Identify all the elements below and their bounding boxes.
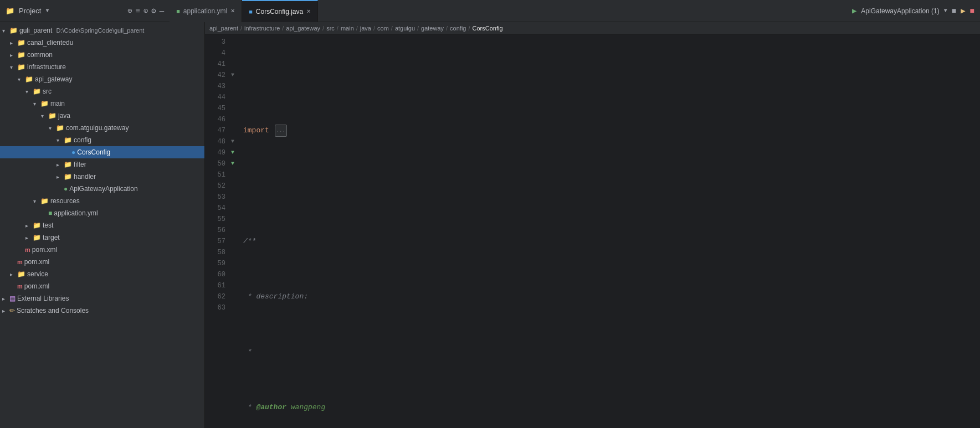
- folder-icon: 📁: [64, 136, 72, 144]
- arrow-icon: [25, 89, 31, 95]
- top-right-icons: ▶ ApiGatewayApplication (1) ▼ ■ ▶ ■: [852, 6, 974, 16]
- java-tab-label: CorsConfig.java: [256, 8, 303, 16]
- project-panel-header: 📁 Project ▼: [6, 7, 116, 16]
- tabs-bar: ■ application.yml ✕ ■ CorsConfig.java ✕: [170, 0, 852, 22]
- sidebar-item-config[interactable]: 📁 config: [0, 134, 204, 146]
- sidebar-item-common[interactable]: 📁 common: [0, 49, 204, 61]
- sidebar-item-filter[interactable]: 📁 filter: [0, 158, 204, 171]
- tab-application-yml[interactable]: ■ application.yml ✕: [170, 0, 242, 22]
- project-dropdown-icon[interactable]: ▼: [45, 8, 49, 14]
- sidebar-item-pom-gateway[interactable]: m pom.xml: [0, 244, 204, 256]
- arrow-icon: [10, 40, 16, 46]
- toolbar-icon-3[interactable]: ⊙: [143, 6, 148, 16]
- sidebar-item-corsconfig[interactable]: ● CorsConfig: [0, 146, 204, 158]
- folder-icon: 📁: [17, 39, 25, 47]
- code-line-44: *: [243, 347, 980, 358]
- main-area: 📁 guli_parent D:\Code\SpringCode\guli_pa…: [0, 22, 980, 428]
- arrow-icon: [57, 174, 62, 180]
- sidebar-item-target[interactable]: 📁 target: [0, 231, 204, 244]
- code-gutter: ▼ ▼ ▼ ▼: [230, 37, 241, 428]
- code-lines: import ... /** * description: *: [241, 37, 980, 428]
- sidebar-item-main[interactable]: 📁 main: [0, 97, 204, 110]
- sidebar-item-pom-root[interactable]: m pom.xml: [0, 280, 204, 292]
- arrow-icon: [57, 162, 62, 168]
- code-line-45: * @author wangpeng: [243, 402, 980, 413]
- arrow-icon: [33, 101, 39, 107]
- arrow-icon: [2, 308, 8, 314]
- project-icon: 📁: [6, 7, 14, 16]
- project-label[interactable]: Project: [19, 7, 41, 15]
- run-dropdown-icon[interactable]: ▼: [944, 8, 947, 14]
- fold-icon-49[interactable]: ▼: [231, 136, 234, 147]
- code-container[interactable]: 3 4 41 42 43 44 45 46 47 48 49 50 51 52 …: [205, 34, 980, 428]
- sidebar-item-guli-parent[interactable]: 📁 guli_parent D:\Code\SpringCode\guli_pa…: [0, 24, 204, 37]
- bc-com[interactable]: com: [377, 25, 389, 32]
- stop-icon[interactable]: ■: [970, 7, 974, 16]
- bc-api-gateway[interactable]: api_gateway: [286, 25, 320, 32]
- folder-icon: 📁: [33, 221, 41, 229]
- run-icon[interactable]: ▶: [852, 6, 856, 16]
- code-line-3: [243, 70, 980, 81]
- sidebar-item-pom-infra[interactable]: m pom.xml: [0, 256, 204, 268]
- yml-tab-icon: ■: [176, 8, 180, 14]
- fold-icon-50[interactable]: ▼: [231, 147, 234, 158]
- sidebar-item-package[interactable]: 📁 com.atguigu.gateway: [0, 122, 204, 134]
- import-fold-button[interactable]: ...: [275, 125, 287, 137]
- folder-icon: 📁: [17, 63, 25, 71]
- build-icon[interactable]: ■: [952, 7, 956, 16]
- fold-icon-51[interactable]: ▼: [231, 158, 234, 169]
- project-sidebar[interactable]: 📁 guli_parent D:\Code\SpringCode\guli_pa…: [0, 22, 205, 428]
- arrow-icon: [57, 137, 62, 143]
- tab-corsconfig-java[interactable]: ■ CorsConfig.java ✕: [242, 0, 318, 22]
- bc-src[interactable]: src: [326, 25, 335, 32]
- code-line-43: * description:: [243, 291, 980, 302]
- bc-atguigu[interactable]: atguigu: [395, 25, 415, 32]
- arrow-icon: [2, 296, 8, 302]
- sidebar-item-service[interactable]: 📁 service: [0, 268, 204, 280]
- folder-icon: 📁: [40, 100, 49, 107]
- folder-icon: 📁: [17, 270, 25, 278]
- project-folder-icon: 📁: [9, 27, 18, 34]
- sidebar-item-infrastructure[interactable]: 📁 infrastructure: [0, 61, 204, 73]
- sidebar-item-src[interactable]: 📁 src: [0, 85, 204, 97]
- code-line-41: [243, 181, 980, 192]
- yml-tab-close[interactable]: ✕: [230, 8, 235, 14]
- sidebar-item-resources[interactable]: 📁 resources: [0, 195, 204, 207]
- arrow-icon: [25, 235, 31, 241]
- sidebar-item-test[interactable]: 📁 test: [0, 219, 204, 231]
- toolbar-icon-4[interactable]: ⚙: [151, 6, 156, 16]
- fold-icon-42[interactable]: ▼: [231, 70, 234, 81]
- toolbar-icon-5[interactable]: —: [160, 7, 164, 16]
- bc-corsconfig[interactable]: CorsConfig: [473, 25, 503, 32]
- sidebar-item-canal[interactable]: 📁 canal_clientedu: [0, 37, 204, 49]
- bc-main[interactable]: main: [341, 25, 354, 32]
- toolbar-icon-2[interactable]: ≡: [135, 7, 140, 16]
- editor-area: api_parent / infrastructure / api_gatewa…: [205, 22, 980, 428]
- sidebar-item-app-main[interactable]: ● ApiGatewayApplication: [0, 183, 204, 195]
- sidebar-item-external-libs[interactable]: ▤ External Libraries: [0, 292, 204, 305]
- arrow-icon: [18, 76, 23, 82]
- pom-icon: m: [17, 283, 23, 290]
- toolbar-icon-1[interactable]: ⊕: [127, 6, 132, 16]
- code-line-42: /**: [243, 236, 980, 247]
- bc-api-parent[interactable]: api_parent: [209, 25, 238, 32]
- bc-gateway[interactable]: gateway: [421, 25, 444, 32]
- sidebar-item-handler[interactable]: 📁 handler: [0, 171, 204, 183]
- sidebar-item-java-folder[interactable]: 📁 java: [0, 110, 204, 122]
- java-tab-close[interactable]: ✕: [306, 8, 311, 14]
- sidebar-item-scratches[interactable]: ✏ Scratches and Consoles: [0, 305, 204, 317]
- run-label[interactable]: ApiGatewayApplication (1): [861, 7, 939, 15]
- arrow-icon: [33, 198, 39, 204]
- line-numbers: 3 4 41 42 43 44 45 46 47 48 49 50 51 52 …: [205, 37, 230, 428]
- bc-config[interactable]: config: [450, 25, 466, 32]
- libs-icon: ▤: [9, 295, 16, 302]
- folder-icon: 📁: [56, 124, 64, 132]
- bc-java[interactable]: java: [360, 25, 371, 32]
- sidebar-item-application-yml[interactable]: ■ application.yml: [0, 207, 204, 219]
- sidebar-item-api-gateway[interactable]: 📁 api_gateway: [0, 73, 204, 85]
- yml-tab-label: application.yml: [183, 7, 227, 15]
- bc-infrastructure[interactable]: infrastructure: [244, 25, 280, 32]
- folder-icon: 📁: [17, 51, 25, 59]
- pom-icon: m: [17, 259, 23, 265]
- debug-icon[interactable]: ▶: [961, 6, 965, 16]
